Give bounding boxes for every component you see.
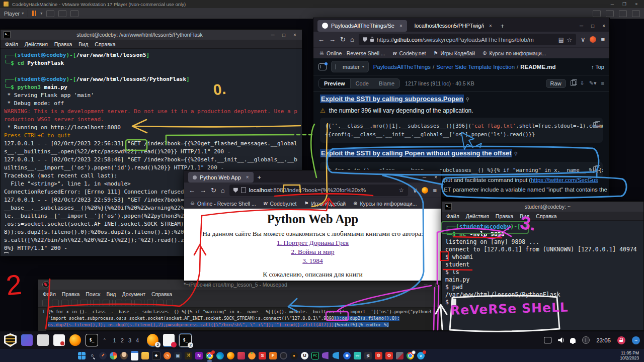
reload-icon[interactable]	[80, 300, 88, 306]
settings-red-icon[interactable]: ⚙	[375, 352, 382, 359]
app-s-icon[interactable]: S	[259, 352, 266, 359]
maps-app-icon[interactable]: ◉	[343, 352, 351, 359]
book-link-3[interactable]: 3. 1984	[184, 257, 441, 265]
menu-help[interactable]: Справка	[151, 291, 172, 297]
speedtest-icon[interactable]	[99, 352, 107, 359]
menu-icon[interactable]: ≡	[433, 187, 437, 194]
text-editor-icon[interactable]	[53, 334, 65, 346]
back-icon[interactable]: ←	[189, 187, 195, 194]
display-settings-icon[interactable]	[21, 334, 33, 346]
menu-edit[interactable]: Правка	[496, 213, 513, 219]
firefox-icon[interactable]	[227, 352, 234, 359]
system-clock[interactable]: 11:05 PM 10/2/2023	[620, 350, 639, 360]
book-link-1[interactable]: 1. Портрет Дориана Грея	[184, 239, 441, 247]
back-icon[interactable]: ←	[318, 36, 325, 43]
book-link-2[interactable]: 2. Война и мир	[184, 248, 441, 256]
menu-view[interactable]: Вид	[106, 291, 116, 297]
copy-icon[interactable]	[593, 166, 598, 172]
minimize-button[interactable]: ─	[269, 32, 277, 38]
tab-code[interactable]: Code	[351, 79, 374, 88]
chrome-icon[interactable]	[206, 352, 213, 359]
menu-document[interactable]: Документ	[122, 291, 145, 297]
menu-view[interactable]: Вид	[520, 213, 529, 219]
file-manager-icon[interactable]	[37, 334, 49, 346]
firefox-account-icon[interactable]	[422, 187, 428, 194]
tab-preview[interactable]: Preview	[319, 79, 351, 88]
reload-icon[interactable]: ↻	[211, 187, 216, 194]
breadcrumb-repo[interactable]: PayloadsAllTheThings	[373, 64, 431, 70]
new-file-icon[interactable]	[42, 300, 49, 306]
find-icon[interactable]	[147, 300, 154, 306]
copy-icon[interactable]	[125, 300, 132, 306]
suspend-dropdown[interactable]: ▾	[40, 11, 42, 16]
copy-icon[interactable]	[593, 122, 598, 128]
menu-actions[interactable]: Действия	[466, 213, 489, 219]
menu-file[interactable]: Файл	[43, 291, 56, 297]
file-tree-icon[interactable]	[318, 63, 327, 70]
bookmark-reverse-shell[interactable]: ☠Online - Reverse Shell ...	[190, 201, 256, 207]
task-mousepad[interactable]	[163, 334, 175, 347]
minimize-button[interactable]: ─	[422, 282, 430, 288]
copy-icon[interactable]	[571, 80, 576, 86]
replace-icon[interactable]	[156, 300, 164, 306]
close-button[interactable]: ×	[632, 2, 641, 7]
app-f-icon[interactable]: F	[269, 352, 277, 359]
raw-button[interactable]: Raw	[546, 79, 566, 88]
sound-icon[interactable]	[606, 10, 614, 17]
power-manager-icon[interactable]	[582, 336, 590, 344]
settings-red-icon-2[interactable]: ⚙	[385, 352, 393, 359]
redo-icon[interactable]	[103, 300, 110, 306]
paste-icon[interactable]	[134, 300, 141, 306]
library-app-icon[interactable]	[396, 352, 404, 359]
chevron-up-icon[interactable]: ⌃	[103, 338, 107, 343]
screenshot-tool-icon[interactable]: →	[632, 336, 640, 344]
forward-icon[interactable]: →	[329, 36, 336, 43]
menu-file[interactable]: Файл	[5, 41, 18, 47]
menu-actions[interactable]: Действия	[25, 41, 48, 47]
pycharm-icon[interactable]: PC	[311, 352, 319, 359]
bookmark-reverse-shell[interactable]: ☠Online - Reverse Shell ...	[319, 50, 385, 56]
fl-studio-icon[interactable]	[248, 352, 256, 359]
maximize-button[interactable]: ❐	[620, 2, 629, 7]
anchor-link-icon[interactable]: ⚲	[466, 97, 469, 102]
edge-icon[interactable]	[216, 352, 224, 359]
bookmark-courses[interactable]: ⊕Курсы по информаци...	[482, 50, 546, 56]
notes-app-icon[interactable]: ◆	[152, 351, 160, 360]
url-bar[interactable]: localhost:8080/index?book={%%20for%20x% …	[229, 185, 408, 196]
menu-file[interactable]: Файл	[446, 213, 459, 219]
workflow-app-icon[interactable]: ⤨	[185, 352, 192, 359]
terminal-launcher-icon[interactable]: $_	[86, 334, 98, 346]
section-heading[interactable]: Exploit the SSTI by calling Popen withou…	[320, 149, 512, 157]
bookmark-games[interactable]: ⚑Игры Кодебай	[433, 50, 475, 56]
chrome-profile-icon[interactable]	[407, 352, 414, 359]
menu-search[interactable]: Поиск	[86, 291, 100, 297]
menu-edit[interactable]: Правка	[62, 291, 79, 297]
twitter-link[interactable]: https://twitter.com/SecGus	[531, 177, 598, 183]
edit-icon[interactable]: ✎▾	[589, 80, 597, 86]
suspend-vm-button[interactable]	[32, 11, 36, 16]
network-icon[interactable]	[619, 10, 627, 17]
code-block-subprocess[interactable]: {{''.__class__.mro()[1].__subclasses__()…	[320, 118, 603, 143]
tab-close-icon[interactable]: ×	[246, 174, 249, 180]
tracking-protection-icon[interactable]	[363, 37, 367, 42]
media-app-icon[interactable]	[237, 352, 245, 359]
player-menu[interactable]: Player▾	[4, 11, 24, 17]
outline-icon[interactable]: ≡	[601, 80, 604, 86]
palette-app-icon[interactable]	[110, 352, 117, 359]
pocket-icon[interactable]: ∨	[413, 187, 418, 194]
maximize-button[interactable]: □	[591, 23, 594, 29]
tab-payloadsallthethings[interactable]: PayloadsAllTheThings/Se ×	[317, 20, 407, 32]
anchor-link-icon[interactable]: ⚲	[514, 151, 518, 156]
volume-icon[interactable]	[558, 337, 564, 343]
dev-app-icon[interactable]: oo	[354, 352, 361, 359]
terminal2-output[interactable]: ┌──(student㉿codeby)-[~] └─$ nc -nvlp 989…	[442, 221, 643, 337]
telegram-icon[interactable]: ▸	[417, 352, 425, 359]
unity-mode-icon[interactable]	[70, 10, 78, 17]
fullscreen-icon[interactable]	[58, 10, 66, 17]
section-heading[interactable]: Exploit the SSTI by calling subprocess.P…	[320, 95, 464, 103]
file-explorer-icon[interactable]	[141, 352, 149, 359]
new-tab-button[interactable]: +	[501, 22, 505, 30]
task-terminal[interactable]: $_2	[179, 334, 192, 347]
virtualbox-icon[interactable]: ▣	[174, 352, 182, 359]
minimize-button[interactable]: ─	[423, 174, 426, 180]
